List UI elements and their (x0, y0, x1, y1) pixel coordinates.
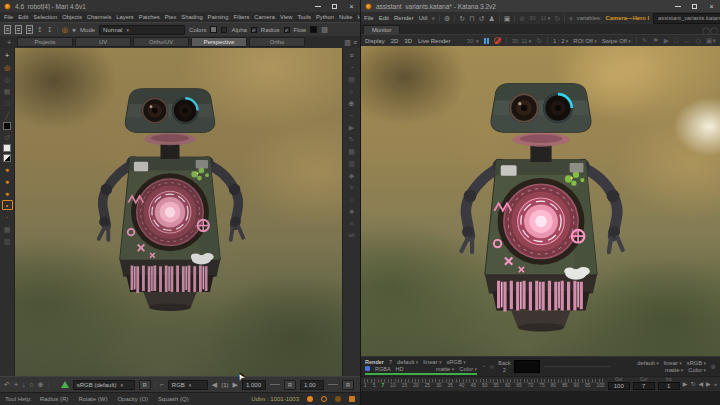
chevron-down-icon[interactable]: ▾ (431, 15, 435, 22)
mari-menu-item[interactable]: Camera (254, 14, 275, 20)
variables-chevron-icon[interactable]: ▾ (569, 15, 573, 22)
channels-panel-icon[interactable]: ◔ (346, 62, 357, 72)
timeline-tick[interactable]: 30 (436, 383, 441, 389)
ratio-dropdown[interactable]: 1 : 2 (553, 38, 568, 44)
render-box-icon[interactable]: ▣ (504, 15, 511, 22)
text-tool-icon[interactable]: ab (346, 230, 357, 240)
pull-icon[interactable]: ↓ (22, 381, 26, 388)
timeline-tick[interactable]: 95 (585, 383, 590, 389)
mari-menu-item[interactable]: Painting (208, 14, 229, 20)
pan-icon[interactable]: + (14, 381, 18, 388)
katana-menu-item[interactable]: Util (419, 15, 428, 21)
timeline-tick[interactable]: 75 (539, 383, 544, 389)
person-icon[interactable]: ♟ (488, 15, 494, 22)
timeline-ruler[interactable]: 1571015202530354045505560657075808590951… (364, 379, 605, 389)
gain-reset-button[interactable]: R (342, 380, 354, 390)
slot2-linear-dropdown[interactable]: linear (664, 360, 682, 366)
play-button[interactable]: ▶ (683, 381, 688, 387)
rerender-icon[interactable]: ↻ (554, 15, 560, 22)
layout-menu-icon[interactable]: ≡ (353, 39, 357, 46)
go-to-end-button[interactable]: » (714, 381, 717, 387)
katana-monitor-viewport[interactable] (361, 46, 720, 356)
stop-render-icon[interactable]: ⊘ (519, 15, 525, 22)
mari-viewport[interactable] (15, 48, 342, 376)
float-panel-icon[interactable]: ◯ (710, 27, 718, 34)
timeline-tick[interactable]: 25 (425, 383, 430, 389)
flow-checkbox[interactable] (284, 27, 290, 33)
patch-select-tool-icon[interactable]: ▦ (2, 86, 13, 96)
move-tool-icon[interactable]: + (2, 50, 13, 60)
timeline-tick[interactable]: 40 (459, 383, 464, 389)
symmetry-icon[interactable]: ▦ (2, 224, 13, 234)
alpha-checkbox[interactable] (221, 27, 227, 33)
maximize-button[interactable] (326, 0, 343, 12)
mari-menu-item[interactable]: File (4, 14, 13, 20)
mari-menu-item[interactable]: Patches (139, 14, 160, 20)
pointer-icon[interactable]: ▶ (664, 37, 669, 44)
slot2-srgb-dropdown[interactable]: sRGB (687, 360, 706, 366)
exposure-field[interactable]: 1.000 (242, 380, 266, 390)
ring-icon[interactable]: ◌ (53, 381, 57, 388)
brush-tip-icon[interactable]: ● (72, 26, 76, 33)
mari-titlebar[interactable]: 4.6_robot[4] - Mari 4.6v1 × (0, 0, 360, 12)
swap-icon[interactable]: ↔ (683, 37, 690, 44)
layers-panel-icon[interactable]: ≡ (346, 50, 357, 60)
flag-icon[interactable]: ⚑ (653, 37, 659, 44)
refresh-icon[interactable]: ↻ (459, 15, 465, 22)
timeline-tick[interactable]: 1 (364, 383, 367, 389)
step-forward-button[interactable]: ▶ (706, 381, 711, 387)
pause-icon[interactable] (484, 38, 489, 44)
page-prev-icon[interactable]: ◀ (212, 381, 217, 388)
small-brush-icon[interactable]: · (2, 212, 13, 222)
timeline-tick[interactable]: 10 (390, 383, 395, 389)
projection-icon[interactable]: ▥ (2, 236, 13, 246)
paint-settings-icon[interactable]: ✎ (346, 134, 357, 144)
channel-select[interactable]: RGB (168, 380, 208, 390)
katana-menu-item[interactable]: Edit (379, 15, 389, 21)
gain-slider[interactable] (328, 384, 338, 385)
slot2-color-dropdown[interactable]: Color (688, 367, 706, 373)
mari-menu-item[interactable]: Edit (18, 14, 28, 20)
mari-menu-item[interactable]: View (280, 14, 292, 20)
katana-titlebar[interactable]: assistant_variants.katana* - Katana 3.2v… (361, 0, 720, 12)
paint-brush-tool-icon[interactable]: ● (2, 164, 13, 174)
slot2-matte-dropdown[interactable]: matte (665, 367, 683, 373)
open-project-icon[interactable] (15, 25, 22, 34)
slot1-srgb-dropdown[interactable]: sRGB (446, 359, 465, 365)
back-buffer-thumbnail[interactable] (514, 360, 540, 373)
timeline-tick[interactable]: 70 (528, 383, 533, 389)
display-toggle[interactable]: 3D (404, 38, 412, 44)
new-project-icon[interactable] (4, 25, 11, 34)
diamond-icon[interactable]: ◇ (695, 37, 700, 44)
camera-dropdown-icon[interactable]: ▣▾ (706, 37, 716, 44)
close-strip-icon[interactable]: ⊗ (710, 363, 716, 370)
timeline-tick[interactable]: 60 (505, 383, 510, 389)
slot1-default-dropdown[interactable]: default (397, 359, 418, 365)
crosshair-icon[interactable]: ⊕ (38, 381, 44, 388)
increment-field[interactable]: 1 (658, 382, 680, 390)
snapshot-icon[interactable]: ○ (346, 194, 357, 204)
mari-view-tab[interactable]: Perspective (191, 37, 247, 47)
lights-panel-icon[interactable]: ⊕ (346, 98, 357, 108)
display-toggle[interactable]: 2D (391, 38, 399, 44)
mari-menu-item[interactable]: Selection (33, 14, 57, 20)
gain-field[interactable]: 1.00 (300, 380, 324, 390)
colorspace-reset-button[interactable]: R (139, 380, 151, 390)
objects-panel-icon[interactable]: ≡ (346, 182, 357, 192)
mari-menu-item[interactable]: Shading (181, 14, 202, 20)
smear-tool-icon[interactable]: ● (2, 188, 13, 198)
display-toggle[interactable]: Display (365, 38, 385, 44)
select-objects-tool-icon[interactable]: ◎ (2, 62, 13, 72)
clone-stamp-tool-icon[interactable]: ↺ (2, 132, 13, 142)
timeline-tick[interactable]: 15 (402, 383, 407, 389)
mari-view-tab[interactable]: Ortho (249, 37, 305, 47)
colors-swatch[interactable] (210, 26, 217, 33)
current-frame-field[interactable]: 7 (633, 382, 655, 390)
katana-menu-item[interactable]: Render (394, 15, 414, 21)
pin-panel-icon[interactable]: ◯ (702, 27, 710, 34)
out-frame-field[interactable]: 100 (608, 382, 630, 390)
close-button[interactable]: × (343, 0, 360, 12)
undo-icon[interactable]: ↺ (479, 15, 485, 22)
blend-mode-select[interactable]: Normal (99, 25, 185, 35)
colorspace-select[interactable]: sRGB (default) (73, 380, 135, 390)
